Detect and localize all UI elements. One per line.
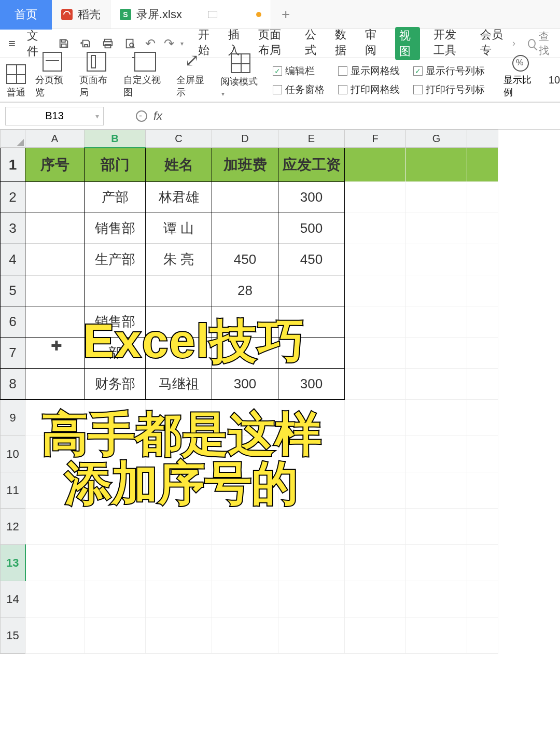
view-normal[interactable]: 普通	[2, 64, 30, 99]
cell[interactable]	[212, 581, 278, 617]
cell[interactable]	[146, 338, 212, 369]
menu-formula[interactable]: 公式	[305, 27, 321, 60]
cell[interactable]: 序号	[25, 148, 85, 182]
col-header-E[interactable]: E	[278, 130, 345, 148]
print-preview-icon[interactable]	[124, 36, 136, 51]
cell[interactable]: 马继祖	[146, 369, 212, 400]
cell[interactable]	[25, 545, 85, 581]
zoom-button[interactable]: 显示比例	[496, 55, 545, 99]
cell[interactable]	[278, 306, 345, 338]
chk-task-pane[interactable]: 任务窗格	[273, 83, 325, 96]
save-as-icon[interactable]	[80, 36, 92, 51]
cell[interactable]	[212, 400, 278, 436]
cell[interactable]	[467, 436, 498, 472]
col-header-A[interactable]: A	[25, 130, 85, 148]
cell[interactable]	[278, 581, 345, 617]
cell[interactable]	[406, 148, 467, 182]
menu-icon[interactable]: ≡	[5, 36, 19, 51]
col-header-more[interactable]	[467, 130, 498, 148]
fx-label[interactable]: fx	[153, 109, 162, 123]
col-header-C[interactable]: C	[146, 130, 212, 148]
cell[interactable]	[85, 545, 146, 581]
cell[interactable]	[467, 400, 498, 436]
new-tab-button[interactable]: +	[271, 6, 300, 23]
save-icon[interactable]	[58, 36, 70, 51]
cell[interactable]	[25, 213, 85, 244]
cell[interactable]	[467, 509, 498, 545]
cell[interactable]: 部门	[85, 148, 146, 182]
row-header[interactable]: 2	[1, 182, 25, 213]
cell[interactable]	[345, 581, 406, 617]
cell[interactable]: 300	[278, 182, 345, 213]
chk-gridlines[interactable]: 显示网格线	[338, 64, 400, 78]
cell[interactable]	[467, 581, 498, 617]
cell[interactable]	[85, 581, 146, 617]
cell[interactable]	[467, 182, 498, 213]
cell[interactable]	[467, 306, 498, 338]
cell[interactable]	[406, 509, 467, 545]
chk-print-head[interactable]: 打印行号列标	[413, 83, 485, 96]
cell[interactable]	[25, 581, 85, 617]
redo-button[interactable]: ↷	[164, 36, 174, 51]
cell[interactable]	[278, 509, 345, 545]
view-custom[interactable]: 自定义视图	[119, 52, 171, 99]
cell[interactable]	[345, 545, 406, 581]
cell[interactable]	[146, 472, 212, 509]
cell[interactable]	[406, 369, 467, 400]
search-box[interactable]: 查找	[528, 30, 555, 58]
cell[interactable]	[146, 400, 212, 436]
cell[interactable]	[278, 275, 345, 306]
cell[interactable]	[212, 182, 278, 213]
cell[interactable]	[25, 306, 85, 338]
col-header-G[interactable]: G	[406, 130, 467, 148]
tab-file[interactable]: S 录屏.xlsx	[110, 0, 271, 29]
cell[interactable]	[85, 617, 146, 654]
chk-headings[interactable]: ✓显示行号列标	[413, 64, 485, 78]
cell[interactable]	[85, 275, 146, 306]
cell[interactable]	[212, 509, 278, 545]
tab-daoke[interactable]: 稻壳	[52, 0, 110, 29]
cell[interactable]	[25, 275, 85, 306]
cell[interactable]	[467, 369, 498, 400]
cell[interactable]	[212, 306, 278, 338]
cell[interactable]: 450	[212, 244, 278, 275]
cell[interactable]	[25, 400, 85, 436]
cell[interactable]	[406, 244, 467, 275]
chk-print-grid[interactable]: 打印网格线	[338, 83, 400, 96]
cell[interactable]: 产部	[85, 182, 146, 213]
row-header[interactable]: 13	[1, 545, 25, 581]
cell[interactable]: 300	[212, 369, 278, 400]
cell[interactable]	[345, 306, 406, 338]
cell[interactable]	[146, 275, 212, 306]
cell[interactable]	[212, 472, 278, 509]
cell[interactable]	[406, 182, 467, 213]
cell[interactable]	[406, 545, 467, 581]
cell[interactable]	[146, 581, 212, 617]
cell[interactable]	[278, 436, 345, 472]
cell[interactable]	[278, 400, 345, 436]
col-header-B[interactable]: B	[85, 130, 146, 148]
cell[interactable]: 加班费	[212, 148, 278, 182]
cell[interactable]	[345, 617, 406, 654]
redo-dropdown-icon[interactable]: ▾	[180, 40, 184, 47]
cell[interactable]: 姓名	[146, 148, 212, 182]
chk-formula-bar[interactable]: ✓编辑栏	[273, 64, 325, 78]
cell[interactable]	[85, 400, 146, 436]
cell[interactable]: 生产部	[85, 244, 146, 275]
name-box[interactable]: B13	[5, 107, 104, 125]
menu-view[interactable]: 视图	[395, 27, 420, 60]
cell[interactable]: 林君雄	[146, 182, 212, 213]
row-header[interactable]: 10	[1, 436, 25, 472]
cell[interactable]	[406, 400, 467, 436]
cell[interactable]	[85, 509, 146, 545]
cell[interactable]	[25, 244, 85, 275]
row-header[interactable]: 11	[1, 472, 25, 509]
cell[interactable]	[345, 244, 406, 275]
menu-more-icon[interactable]: ›	[512, 38, 515, 49]
menu-review[interactable]: 审阅	[365, 27, 382, 60]
menu-data[interactable]: 数据	[335, 27, 352, 60]
view-readmode[interactable]: 阅读模式 ▾	[216, 53, 265, 99]
cell[interactable]	[467, 338, 498, 369]
cell[interactable]	[146, 545, 212, 581]
cell[interactable]	[146, 617, 212, 654]
